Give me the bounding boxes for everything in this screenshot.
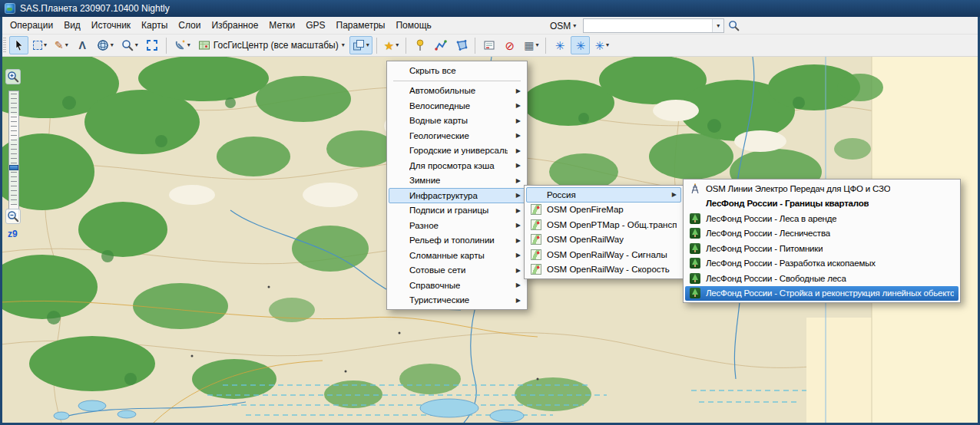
russia-menu-item[interactable]: OSM Линии Электро Передач для ЦФО и СЗО <box>685 181 958 196</box>
hide-marks-button[interactable]: ⊘ <box>500 36 519 54</box>
titlebar[interactable]: SAS.Планета 230907.10400 Nightly <box>0 0 980 17</box>
toolbar-separator <box>376 38 377 54</box>
move-tool-button[interactable] <box>9 36 28 54</box>
layers-menu-item[interactable]: Зимние▶ <box>389 173 525 189</box>
infra-menu-item[interactable]: OSM OpenRailWay - Скорость <box>526 262 681 278</box>
map-source-selector[interactable]: OSM ▾ <box>547 19 579 33</box>
menu-favorites[interactable]: Избранное <box>206 18 263 33</box>
gosgis-map-button[interactable]: ГосГисЦентр (все масштабы) ▾ <box>195 36 348 54</box>
zoom-out-button[interactable] <box>5 209 21 224</box>
infra-menu-item[interactable]: OSM OpenRailWay <box>526 232 681 248</box>
russia-menu-item-selected[interactable]: ЛесФонд России - Стройка и реконструкция… <box>685 286 958 301</box>
search-icon[interactable] <box>728 20 740 31</box>
infra-menu-item-russia[interactable]: Россия ▶ <box>526 187 681 203</box>
submenu-arrow-icon: ▶ <box>512 222 521 229</box>
chevron-down-icon: ▾ <box>111 42 114 48</box>
compass-tool-button[interactable]: Λ <box>73 36 92 54</box>
menu-view[interactable]: Вид <box>58 18 86 33</box>
selection-tool-button[interactable]: ▾ <box>30 36 50 54</box>
chevron-down-icon: ▾ <box>573 23 576 29</box>
menu-source[interactable]: Источник <box>86 18 136 33</box>
russia-menu-item-active-layer[interactable]: ЛесФонд России - Границы кварталов <box>685 196 958 212</box>
menubar: Операции Вид Источник Карты Слои Избранн… <box>0 17 980 35</box>
layers-menu-item[interactable]: Сотовые сети▶ <box>389 263 525 278</box>
powerline-icon <box>690 183 700 194</box>
route-icon <box>435 39 447 51</box>
menu-layers[interactable]: Слои <box>173 18 206 33</box>
search-input[interactable] <box>584 19 712 32</box>
russia-menu-item[interactable]: ЛесФонд России - Разработка ископаемых <box>685 256 958 272</box>
submenu-arrow-icon: ▶ <box>512 282 521 288</box>
layers-menu-item[interactable]: Справочные▶ <box>389 278 525 293</box>
layers-menu-item[interactable]: Сломанные карты▶ <box>389 248 525 263</box>
layers-menu-button[interactable]: ▾ <box>349 36 372 54</box>
layers-menu-item[interactable]: Геологические▶ <box>389 128 525 143</box>
search-dropdown-button[interactable]: ▾ <box>712 19 723 32</box>
infra-menu-item[interactable]: OSM OpenFireMap <box>526 203 681 218</box>
chevron-down-icon: ▾ <box>135 42 138 48</box>
gps-tool-button-1[interactable]: ✳ <box>550 36 569 54</box>
measure-tool-button[interactable]: ✎▾ <box>51 36 71 54</box>
russia-menu-item[interactable]: ЛесФонд России - Леса в аренде <box>685 211 958 226</box>
polygon-add-button[interactable] <box>452 36 471 54</box>
satellite-source-button[interactable]: ▾ <box>171 36 194 54</box>
placemark-add-button[interactable] <box>410 36 429 54</box>
infra-menu-item[interactable]: OSM OpenRailWay - Сигналы <box>526 247 681 262</box>
russia-menu-item[interactable]: ЛесФонд России - Лесничества <box>685 226 958 242</box>
russia-menu-item[interactable]: ЛесФонд России - Питомники <box>685 241 958 256</box>
fill-map-button[interactable]: ▦▾ <box>521 36 541 54</box>
layers-menu-item[interactable]: Для просмотра кэша▶ <box>389 158 525 173</box>
infra-menu-item[interactable]: OSM OpenPTMap - Общ.транспорт <box>526 217 681 232</box>
russia-submenu: OSM Линии Электро Передач для ЦФО и СЗО … <box>683 179 961 303</box>
menu-gps[interactable]: GPS <box>300 18 330 33</box>
zoom-in-button[interactable] <box>5 69 21 84</box>
menu-maps[interactable]: Карты <box>136 18 173 33</box>
submenu-arrow-icon: ▶ <box>512 147 521 154</box>
gps-tool-button-2[interactable]: ✳ <box>571 36 590 54</box>
browser-view-button[interactable]: ▾ <box>94 36 117 54</box>
path-add-button[interactable] <box>431 36 450 54</box>
submenu-arrow-icon: ▶ <box>512 162 521 169</box>
map-source-value: OSM <box>550 21 571 31</box>
submenu-arrow-icon: ▶ <box>512 102 521 109</box>
toolbar-grip[interactable] <box>3 38 6 53</box>
layers-menu-item[interactable]: Городские и универсальные▶ <box>389 143 525 159</box>
map-layer-icon <box>531 219 541 230</box>
forbid-icon: ⊘ <box>505 40 515 51</box>
menu-help[interactable]: Помощь <box>390 18 436 33</box>
tree-icon <box>690 288 700 298</box>
favorites-button[interactable]: ★▾ <box>381 36 402 54</box>
map-layer-icon <box>531 204 541 215</box>
compass-icon: Λ <box>79 40 86 51</box>
zoom-slider-ticks <box>11 94 17 216</box>
layers-menu-item[interactable]: Подписи и границы▶ <box>389 203 525 219</box>
layers-menu-item[interactable]: Водные карты▶ <box>389 114 525 129</box>
menu-marks[interactable]: Метки <box>263 18 300 33</box>
asterisk-icon: ✳ <box>555 40 565 51</box>
layers-menu-item[interactable]: Велосипедные▶ <box>389 98 525 114</box>
marks-manager-button[interactable] <box>479 36 498 54</box>
toolbar-separator <box>406 38 406 54</box>
zoom-slider-thumb[interactable] <box>9 165 18 170</box>
chevron-down-icon: ▾ <box>366 42 369 48</box>
zoom-slider[interactable] <box>8 91 19 219</box>
layers-menu-item[interactable]: Туристические▶ <box>389 293 525 308</box>
zoom-region-button[interactable]: ▾ <box>118 36 141 54</box>
fullscreen-button[interactable] <box>143 36 162 54</box>
menu-settings[interactable]: Параметры <box>331 18 391 33</box>
zoom-panel: z9 <box>3 64 26 249</box>
gosgis-map-label: ГосГисЦентр (все масштабы) <box>212 40 340 51</box>
layers-menu-item-infrastructure[interactable]: Инфраструктура▶ <box>389 188 525 203</box>
chevron-down-icon: ▾ <box>606 42 609 48</box>
app-icon[interactable] <box>5 3 15 14</box>
russia-menu-item[interactable]: ЛесФонд России - Свободные леса <box>685 271 958 286</box>
chevron-down-icon: ▾ <box>65 42 68 48</box>
chevron-down-icon: ▾ <box>44 42 47 48</box>
layers-menu-item[interactable]: Автомобильные▶ <box>389 84 525 99</box>
layers-menu-hide-all[interactable]: Скрыть все <box>389 63 525 78</box>
menu-operations[interactable]: Операции <box>5 18 58 33</box>
gps-tool-button-3[interactable]: ✳▾ <box>591 36 612 54</box>
layers-menu-item[interactable]: Разное▶ <box>389 218 525 233</box>
layers-menu-item[interactable]: Рельеф и тополинии▶ <box>389 233 525 249</box>
window-title: SAS.Планета 230907.10400 Nightly <box>20 3 170 14</box>
